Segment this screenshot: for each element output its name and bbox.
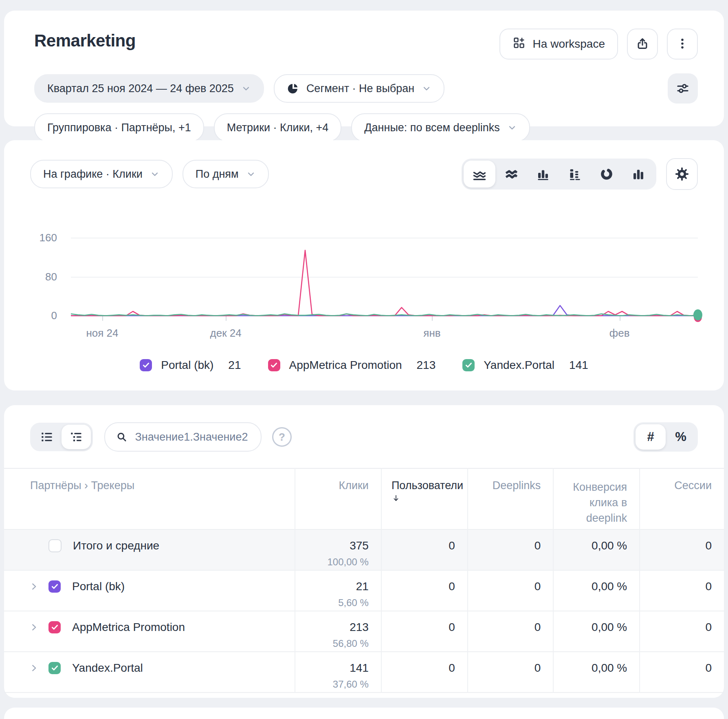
clicks-value: 375 xyxy=(296,530,369,552)
metrics-label: Метрики · Клики, +4 xyxy=(227,121,329,134)
legend-checkbox[interactable] xyxy=(462,359,475,371)
deeplinks-value: 0 xyxy=(468,653,541,675)
row-checkbox-purple[interactable] xyxy=(48,580,61,593)
chevron-down-icon xyxy=(422,84,431,93)
data-source-chip[interactable]: Данные: по всем deeplinks xyxy=(351,113,530,142)
report-settings-button[interactable] xyxy=(668,73,698,104)
table-view-switcher xyxy=(30,423,93,451)
granularity-label: По дням xyxy=(196,168,239,181)
sessions-value: 0 xyxy=(640,653,712,675)
column-header-conversion[interactable]: Конверсия клика в deeplink xyxy=(553,468,640,529)
y-tick-label: 0 xyxy=(51,309,57,322)
clicks-value: 213 xyxy=(296,612,369,634)
chart-type-line-button[interactable] xyxy=(464,161,495,187)
metrics-table: Партнёры › Трекеры Клики Пользователи De… xyxy=(4,468,724,693)
chart-type-stacked-area-button[interactable] xyxy=(495,161,527,187)
sort-desc-icon xyxy=(391,494,400,503)
help-icon[interactable]: ? xyxy=(272,427,292,447)
line-chart-icon xyxy=(472,167,487,181)
grid-plus-icon xyxy=(512,36,526,52)
chart-type-columns-button[interactable] xyxy=(622,161,654,187)
legend-value: 141 xyxy=(569,359,588,372)
x-tickmark xyxy=(620,316,620,321)
report-header-card: Remarketing На workspace xyxy=(4,11,724,126)
grouping-chip[interactable]: Группировка · Партнёры, +1 xyxy=(34,113,204,142)
legend-label: AppMetrica Promotion xyxy=(289,359,402,372)
workspace-button[interactable]: На workspace xyxy=(499,29,618,60)
flat-list-view-button[interactable] xyxy=(32,425,62,449)
x-tick-label: ноя 24 xyxy=(86,327,118,340)
search-placeholder: Значение1.Значение2 ... xyxy=(135,431,250,443)
chevron-down-icon xyxy=(507,123,517,132)
legend-item[interactable]: Yandex.Portal141 xyxy=(462,359,588,372)
clicks-percent: 5,60 % xyxy=(296,593,369,609)
legend-checkbox[interactable] xyxy=(140,359,152,371)
clicks-percent: 56,80 % xyxy=(296,634,369,649)
y-tick-label: 80 xyxy=(45,271,57,283)
legend-label: Portal (bk) xyxy=(161,359,213,372)
expand-row-icon[interactable] xyxy=(30,622,39,633)
tree-list-view-button[interactable] xyxy=(62,425,91,449)
segment-chip[interactable]: Сегмент · Не выбран xyxy=(274,74,444,103)
users-value: 0 xyxy=(382,530,455,552)
deeplinks-value: 0 xyxy=(468,612,541,634)
row-checkbox-green[interactable] xyxy=(48,662,61,674)
column-header-users[interactable]: Пользователи xyxy=(381,468,468,529)
search-icon xyxy=(116,430,128,443)
column-header-clicks[interactable]: Клики xyxy=(295,468,381,529)
date-range-chip[interactable]: Квартал 25 ноя 2024 — 24 фев 2025 xyxy=(34,74,264,103)
x-tickmark xyxy=(432,316,433,321)
clicks-percent: 37,60 % xyxy=(296,675,369,690)
remarketing-report-page: { "colors": { "page_bg": "#eef0f4", "car… xyxy=(0,0,728,719)
share-button[interactable] xyxy=(627,29,658,60)
legend-checkbox[interactable] xyxy=(268,359,280,371)
column-chart-icon xyxy=(631,167,646,181)
table-search-input[interactable]: Значение1.Значение2 ... xyxy=(104,422,262,452)
data-table-card: Значение1.Значение2 ... ? # % xyxy=(4,405,724,698)
chart-type-donut-button[interactable] xyxy=(591,161,622,187)
plot-area[interactable] xyxy=(71,218,698,316)
table-row-yandex-portal: Yandex.Portal 141 37,60 % 0 0 0,00 % 0 xyxy=(4,652,724,693)
grouping-label: Группировка · Партнёры, +1 xyxy=(47,121,191,134)
row-label[interactable]: AppMetrica Promotion xyxy=(72,621,185,634)
next-section-card xyxy=(4,708,724,719)
chart-metric-chip[interactable]: На графике · Клики xyxy=(30,160,173,188)
users-value: 0 xyxy=(382,612,455,634)
metrics-chip[interactable]: Метрики · Клики, +4 xyxy=(214,113,342,142)
expand-row-icon[interactable] xyxy=(30,663,39,673)
legend-item[interactable]: AppMetrica Promotion213 xyxy=(268,359,436,372)
more-menu-button[interactable] xyxy=(667,29,698,60)
stacked-area-icon xyxy=(504,167,519,181)
chart-type-stacked-bars-button[interactable] xyxy=(559,161,591,187)
value-mode-switcher: # % xyxy=(633,422,698,452)
chart-settings-button[interactable] xyxy=(666,158,698,190)
expand-row-icon[interactable] xyxy=(30,581,39,592)
percent-mode-button[interactable]: % xyxy=(666,424,696,450)
chart-type-bars-button[interactable] xyxy=(527,161,559,187)
column-header-sessions[interactable]: Сессии xyxy=(640,468,724,529)
legend-label: Yandex.Portal xyxy=(484,359,554,372)
row-label[interactable]: Yandex.Portal xyxy=(72,662,143,675)
segment-label: Сегмент · Не выбран xyxy=(306,82,414,95)
legend-item[interactable]: Portal (bk)21 xyxy=(140,359,241,372)
granularity-chip[interactable]: По дням xyxy=(183,160,269,188)
absolute-mode-button[interactable]: # xyxy=(636,424,666,450)
row-label[interactable]: Portal (bk) xyxy=(72,580,125,593)
tree-list-icon xyxy=(69,430,83,444)
kebab-icon xyxy=(676,37,689,51)
flat-list-icon xyxy=(40,430,54,444)
donut-chart-icon xyxy=(599,167,614,181)
clicks-value: 141 xyxy=(296,653,369,675)
totals-checkbox[interactable] xyxy=(48,539,62,552)
table-header-row: Партнёры › Трекеры Клики Пользователи De… xyxy=(4,468,724,529)
column-header-name[interactable]: Партнёры › Трекеры xyxy=(4,468,295,529)
legend-value: 21 xyxy=(228,359,241,372)
column-header-deeplinks[interactable]: Deeplinks xyxy=(468,468,553,529)
row-checkbox-pink[interactable] xyxy=(48,621,61,633)
deeplinks-value: 0 xyxy=(468,571,541,593)
x-tick-label: фев xyxy=(609,327,630,340)
workspace-button-label: На workspace xyxy=(533,37,605,51)
row-label: Итого и средние xyxy=(73,539,159,552)
page-title: Remarketing xyxy=(34,31,136,51)
data-source-label: Данные: по всем deeplinks xyxy=(364,121,499,134)
